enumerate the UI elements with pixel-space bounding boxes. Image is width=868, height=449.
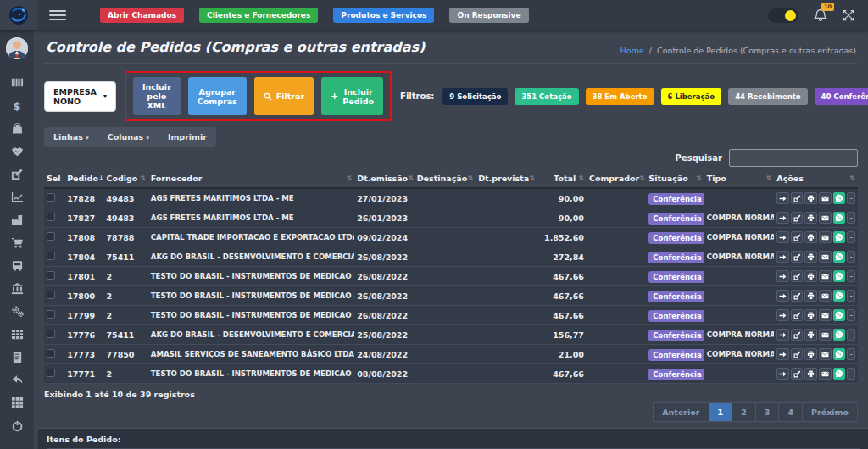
column-header-0[interactable]: Sel [44,171,64,188]
arrow-right-button[interactable] [776,290,789,302]
sidebar-item-table[interactable] [0,323,34,346]
sort-icon[interactable]: ⇅ [467,175,473,182]
whatsapp-button[interactable] [833,231,846,243]
column-header-4[interactable]: Dt.emissão⇅ [354,171,414,188]
column-header-3[interactable]: Fornecedor⇅ [148,171,355,188]
filter-badge-4[interactable]: 44 Recebimento [728,88,807,105]
order-row[interactable]: 17804 75411 AKG DO BRASIL - DESENVOLVIME… [44,247,858,267]
mail-button[interactable] [819,348,832,360]
sidebar-item-grid[interactable] [0,391,34,414]
sidebar-item-cogs[interactable] [0,300,34,323]
mail-button[interactable] [819,368,832,380]
edit-button[interactable] [791,270,804,282]
sidebar-item-power[interactable] [0,414,34,437]
arrow-right-button[interactable] [776,212,789,224]
filter-badge-5[interactable]: 40 Conferência [815,88,868,105]
edit-button[interactable] [791,251,804,263]
sidebar-item-chart-line[interactable] [0,186,34,208]
sidebar-item-handshake[interactable] [0,140,34,163]
sort-icon[interactable]: ⇅ [849,175,855,182]
action-button-agrupar-compras[interactable]: Agrupar Compras [188,77,247,115]
row-checkbox[interactable] [47,271,55,280]
pagination-next-button[interactable]: Próximo [803,402,858,422]
more-button[interactable]: - [847,231,855,243]
order-row[interactable]: 17776 75411 AKG DO BRASIL - DESENVOLVIME… [44,325,858,345]
notifications-bell-icon[interactable]: 10 [814,8,827,22]
arrow-right-button[interactable] [776,251,789,263]
pagination-prev-button[interactable]: Anterior [653,402,709,422]
pagination-page-4[interactable]: 4 [779,402,803,422]
row-checkbox[interactable] [47,193,55,202]
sort-icon[interactable]: ⇅ [766,175,772,182]
more-button[interactable]: - [847,251,855,263]
mail-button[interactable] [819,212,832,224]
order-row[interactable]: 17808 78788 CAPITAL TRADE IMPORTACAO E E… [44,228,858,247]
column-header-11[interactable]: Ações⇅ [774,171,858,188]
whatsapp-button[interactable] [833,212,846,224]
column-header-9[interactable]: Situação⇅ [646,171,704,188]
search-input[interactable] [729,149,858,167]
mail-button[interactable] [819,231,832,243]
print-button[interactable] [804,270,817,282]
row-checkbox[interactable] [47,330,55,338]
sidebar-item-file[interactable] [0,346,34,369]
imprimir-button[interactable]: Imprimir [159,127,216,147]
arrow-right-button[interactable] [776,329,789,341]
edit-button[interactable] [791,309,804,321]
sort-icon[interactable]: ⇅ [529,175,535,182]
sidebar-item-bag[interactable] [0,117,34,140]
column-header-6[interactable]: Dt.prevista⇅ [476,171,537,188]
whatsapp-button[interactable] [833,309,846,321]
filter-badge-0[interactable]: 9 Solicitação [442,88,508,105]
filter-badge-1[interactable]: 351 Cotação [515,88,578,105]
order-row[interactable]: 17801 2 TESTO DO BRASIL - INSTRUMENTOS D… [44,267,858,286]
more-button[interactable]: - [847,368,855,380]
company-select[interactable]: EMPRESA NONO ▾ [44,81,116,112]
whatsapp-button[interactable] [833,251,846,263]
arrow-right-button[interactable] [776,231,789,243]
sort-icon[interactable]: ⇅ [347,175,353,182]
mail-button[interactable] [819,290,832,302]
sort-icon[interactable]: ↓ [98,175,103,182]
column-header-2[interactable]: Codigo⇅ [103,171,147,188]
more-button[interactable]: - [847,329,855,341]
mail-button[interactable] [819,251,832,263]
row-checkbox[interactable] [47,349,55,358]
print-button[interactable] [804,231,817,243]
sidebar-item-undo[interactable] [0,369,34,391]
arrow-right-button[interactable] [776,309,789,321]
more-button[interactable]: - [847,348,855,360]
edit-button[interactable] [791,192,804,204]
whatsapp-button[interactable] [833,270,846,282]
action-button-incluir-pelo-xml[interactable]: Incluir pelo XML [133,77,181,115]
row-checkbox[interactable] [47,252,55,260]
order-row[interactable]: 17800 2 TESTO DO BRASIL - INSTRUMENTOS D… [44,286,858,306]
pagination-page-1[interactable]: 1 [709,402,733,422]
order-row[interactable]: 17828 49483 AGS FRETES MARITIMOS LTDA - … [44,188,858,208]
whatsapp-button[interactable] [833,290,846,302]
arrow-right-button[interactable] [776,270,789,282]
print-button[interactable] [804,290,817,302]
pagination-page-2[interactable]: 2 [732,402,756,422]
sidebar-item-factory[interactable] [0,208,34,231]
sidebar-item-cart[interactable] [0,231,34,254]
column-header-5[interactable]: Destinação⇅ [415,171,476,188]
linhas-button[interactable]: Linhas ▾ [44,127,98,147]
sort-icon[interactable]: ⇅ [578,175,584,182]
sidebar-item-barcode[interactable] [0,71,34,94]
row-checkbox[interactable] [47,310,55,319]
row-checkbox[interactable] [47,291,55,299]
print-button[interactable] [804,251,817,263]
colunas-button[interactable]: Colunas ▾ [98,127,159,147]
edit-button[interactable] [791,212,804,224]
breadcrumb-home-link[interactable]: Home [620,46,644,55]
action-button-filtrar[interactable]: Filtrar [254,77,314,115]
whatsapp-button[interactable] [833,368,846,380]
sidebar-item-bank[interactable] [0,277,34,300]
edit-button[interactable] [791,329,804,341]
sidebar-item-truck[interactable] [0,254,34,277]
row-checkbox[interactable] [47,213,55,221]
topbar-button-0[interactable]: Abrir Chamados [100,8,184,23]
arrow-right-button[interactable] [776,368,789,380]
print-button[interactable] [804,348,817,360]
